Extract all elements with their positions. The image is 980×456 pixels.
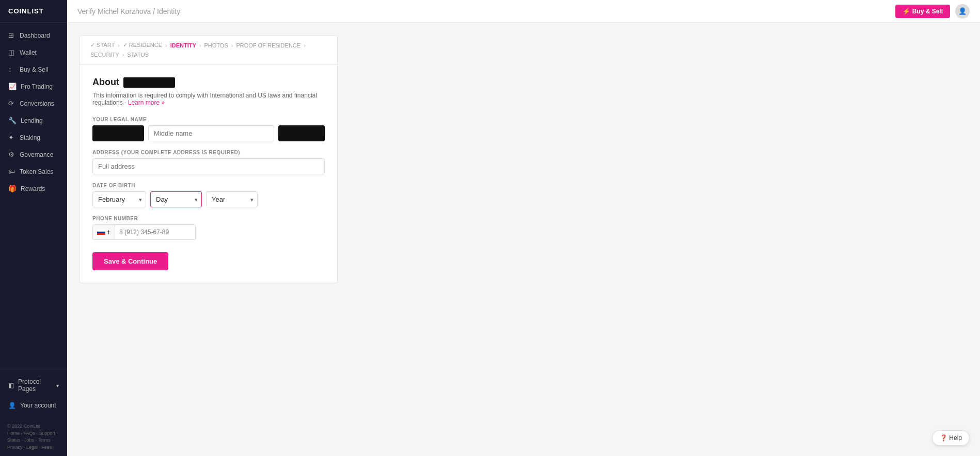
nav-label-conversions: Conversions — [20, 100, 54, 107]
dob-row: JanuaryFebruaryMarchAprilMayJuneJulyAugu… — [92, 191, 325, 207]
legal-name-label: YOUR LEGAL NAME — [92, 117, 325, 122]
step-status[interactable]: STATUS — [127, 52, 149, 58]
nav-label-protocol-pages: Protocol Pages — [18, 378, 52, 393]
phone-row: + — [92, 224, 196, 240]
legal-name-row — [92, 125, 325, 141]
chevron-icon: ▾ — [56, 383, 59, 388]
app-logo: COINLIST — [0, 0, 67, 23]
nav-label-staking: Staking — [20, 134, 40, 141]
nav-icon-wallet: ◫ — [8, 48, 15, 56]
learn-more-link[interactable]: Learn more » — [128, 99, 165, 106]
title-section: Identity — [157, 7, 180, 15]
sidebar-item-conversions[interactable]: ⟳Conversions — [0, 95, 67, 112]
sidebar-footer: © 2022 CoinList Home · FAQs · Support · … — [0, 418, 67, 456]
form-subtitle: This information is required to comply w… — [92, 92, 325, 106]
nav-icon-protocol-pages: ◧ — [8, 382, 14, 389]
sidebar-item-rewards[interactable]: 🎁Rewards — [0, 180, 67, 197]
sidebar-item-dashboard[interactable]: ⊞Dashboard — [0, 27, 67, 44]
day-select[interactable]: Day1234567891011121314151617181920212223… — [150, 191, 202, 207]
user-icon[interactable]: 👤 — [955, 4, 970, 19]
footer-links: Home · FAQs · Support · Status · Jobs · … — [7, 430, 60, 451]
content-area: ✓ START›✓ RESIDENCE›IDENTITY›PHOTOS›PROO… — [67, 23, 980, 456]
day-select-wrap: Day1234567891011121314151617181920212223… — [150, 191, 202, 207]
form-card: ✓ START›✓ RESIDENCE›IDENTITY›PHOTOS›PROO… — [80, 35, 338, 283]
nav-icon-pro-trading: 📈 — [8, 83, 17, 90]
form-title-prefix: About — [92, 77, 119, 88]
step-label-proof-of-residence: PROOF OF RESIDENCE — [236, 42, 301, 48]
step-identity: IDENTITY — [170, 42, 196, 48]
sidebar-item-governance[interactable]: ⚙Governance — [0, 146, 67, 163]
phone-label: PHONE NUMBER — [92, 216, 325, 221]
topbar: Verify Michel Korzhova / Identity ⚡ Buy … — [67, 0, 980, 23]
step-label-identity: IDENTITY — [170, 42, 196, 48]
phone-group: PHONE NUMBER + — [92, 216, 325, 240]
nav-label-wallet: Wallet — [20, 49, 37, 56]
sidebar-item-protocol-pages[interactable]: ◧Protocol Pages▾ — [0, 373, 67, 397]
form-title: About — [92, 77, 325, 88]
sidebar-nav: ⊞Dashboard◫Wallet↕Buy & Sell📈Pro Trading… — [0, 23, 67, 369]
legal-name-group: YOUR LEGAL NAME — [92, 117, 325, 141]
year-select-wrap: Year199019911992199319941995199619971998… — [206, 191, 258, 207]
step-separator: › — [118, 42, 120, 48]
sidebar: COINLIST ⊞Dashboard◫Wallet↕Buy & Sell📈Pr… — [0, 0, 67, 456]
address-group: ADDRESS (YOUR COMPLETE ADDRESS IS REQUIR… — [92, 150, 325, 174]
step-separator: › — [304, 42, 306, 48]
step-label-residence: ✓ RESIDENCE — [123, 42, 162, 48]
form-body: About This information is required to co… — [80, 64, 337, 283]
nav-label-buy-sell: Buy & Sell — [20, 66, 48, 73]
sidebar-item-buy-sell[interactable]: ↕Buy & Sell — [0, 61, 67, 78]
step-label-status: STATUS — [127, 52, 149, 58]
dob-label: DATE OF BIRTH — [92, 183, 325, 188]
step-proof-of-residence[interactable]: PROOF OF RESIDENCE — [236, 42, 301, 48]
sidebar-item-staking[interactable]: ✦Staking — [0, 129, 67, 146]
nav-icon-dashboard: ⊞ — [8, 31, 15, 39]
month-select[interactable]: JanuaryFebruaryMarchAprilMayJuneJulyAugu… — [92, 191, 146, 207]
step-separator: › — [199, 42, 201, 48]
step-photos[interactable]: PHOTOS — [204, 42, 228, 48]
address-input[interactable] — [92, 158, 325, 174]
copyright: © 2022 CoinList — [7, 423, 60, 430]
year-select[interactable]: Year199019911992199319941995199619971998… — [206, 191, 258, 207]
phone-flag[interactable]: + — [93, 225, 115, 239]
title-text: Verify Michel Korzhova — [77, 7, 151, 15]
step-security[interactable]: SECURITY — [90, 52, 119, 58]
step-label-security: SECURITY — [90, 52, 119, 58]
step-label-photos: PHOTOS — [204, 42, 228, 48]
step-label-start: ✓ START — [90, 42, 115, 48]
nav-icon-buy-sell: ↕ — [8, 66, 15, 73]
nav-icon-lending: 🔧 — [8, 117, 17, 124]
step-residence[interactable]: ✓ RESIDENCE — [123, 42, 162, 48]
nav-icon-rewards: 🎁 — [8, 185, 17, 192]
topbar-right: ⚡ Buy & Sell 👤 — [895, 4, 970, 19]
buy-sell-button[interactable]: ⚡ Buy & Sell — [895, 5, 950, 18]
save-continue-button[interactable]: Save & Continue — [92, 252, 168, 270]
middle-name-input[interactable] — [148, 125, 274, 141]
last-name-input[interactable] — [278, 125, 325, 141]
sidebar-item-pro-trading[interactable]: 📈Pro Trading — [0, 78, 67, 95]
first-name-input[interactable] — [92, 125, 144, 141]
steps-bar: ✓ START›✓ RESIDENCE›IDENTITY›PHOTOS›PROO… — [80, 36, 337, 64]
flag-icon — [97, 230, 105, 235]
nav-label-rewards: Rewards — [21, 185, 45, 192]
redacted-name — [123, 77, 175, 88]
nav-icon-governance: ⚙ — [8, 151, 15, 158]
step-separator: › — [122, 52, 124, 58]
step-separator: › — [165, 42, 167, 48]
step-separator: › — [231, 42, 233, 48]
nav-label-governance: Governance — [20, 151, 53, 158]
title-separator: / — [151, 7, 157, 15]
dob-group: DATE OF BIRTH JanuaryFebruaryMarchAprilM… — [92, 183, 325, 207]
phone-input[interactable] — [115, 225, 195, 239]
nav-label-lending: Lending — [21, 117, 43, 124]
sidebar-item-your-account[interactable]: 👤Your account — [0, 397, 67, 414]
step-start[interactable]: ✓ START — [90, 42, 115, 48]
help-button[interactable]: ❓ Help — [932, 430, 970, 446]
main-area: Verify Michel Korzhova / Identity ⚡ Buy … — [67, 0, 980, 456]
nav-label-pro-trading: Pro Trading — [21, 83, 53, 90]
sidebar-item-token-sales[interactable]: 🏷Token Sales — [0, 163, 67, 180]
month-select-wrap: JanuaryFebruaryMarchAprilMayJuneJulyAugu… — [92, 191, 146, 207]
address-label: ADDRESS (YOUR COMPLETE ADDRESS IS REQUIR… — [92, 150, 325, 155]
sidebar-item-wallet[interactable]: ◫Wallet — [0, 44, 67, 61]
nav-label-token-sales: Token Sales — [20, 168, 53, 175]
sidebar-item-lending[interactable]: 🔧Lending — [0, 112, 67, 129]
